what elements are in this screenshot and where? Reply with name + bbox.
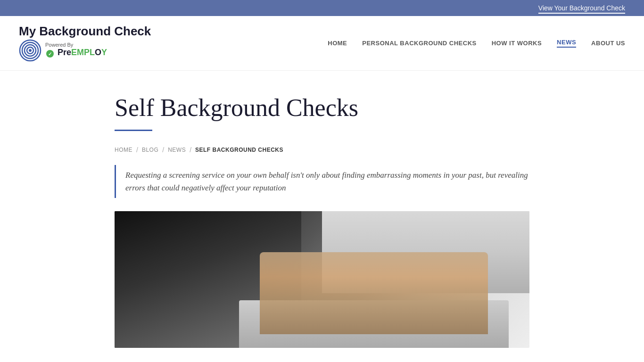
- powered-by-area: Powered By ✓ PreEMPLOY: [45, 42, 107, 58]
- preemploy-leaf-icon: ✓: [45, 49, 55, 58]
- page-title: Self Background Checks: [115, 94, 529, 121]
- logo-icon-row: Powered By ✓ PreEMPLOY: [19, 39, 107, 62]
- logo-area: My Background Check Powered By ✓: [19, 25, 151, 62]
- svg-text:✓: ✓: [48, 51, 52, 57]
- nav-personal-background-checks[interactable]: PERSONAL BACKGROUND CHECKS: [362, 40, 476, 47]
- nav-home[interactable]: HOME: [328, 40, 347, 47]
- top-bar: View Your Background Check: [0, 0, 644, 16]
- site-header: My Background Check Powered By ✓: [0, 16, 644, 71]
- breadcrumb-news[interactable]: NEWS: [168, 147, 186, 153]
- main-nav: HOME PERSONAL BACKGROUND CHECKS HOW IT W…: [328, 39, 625, 48]
- nav-news[interactable]: NEWS: [557, 39, 576, 48]
- hero-image: [115, 211, 529, 348]
- hero-keyboard: [239, 300, 509, 348]
- main-content: Self Background Checks HOME / BLOG / NEW…: [96, 71, 548, 348]
- breadcrumb-sep-1: /: [136, 146, 138, 154]
- breadcrumb-sep-2: /: [162, 146, 164, 154]
- brand-pre: Pre: [58, 48, 71, 57]
- breadcrumb-sep-3: /: [190, 146, 191, 154]
- breadcrumb: HOME / BLOG / NEWS / SELF BACKGROUND CHE…: [115, 146, 529, 154]
- logo-icon: [19, 39, 41, 62]
- svg-point-4: [29, 49, 32, 52]
- hero-bg-gradient: [322, 211, 529, 293]
- intro-quote-text: Requesting a screening service on your o…: [125, 169, 529, 194]
- breadcrumb-current: SELF BACKGROUND CHECKS: [195, 147, 283, 153]
- view-background-check-link[interactable]: View Your Background Check: [538, 4, 625, 14]
- nav-about-us[interactable]: ABOUT US: [591, 40, 625, 47]
- powered-by-label: Powered By: [45, 42, 107, 48]
- preemploy-brand: ✓ PreEMPLOY: [45, 48, 107, 58]
- breadcrumb-blog[interactable]: BLOG: [142, 147, 158, 153]
- intro-blockquote: Requesting a screening service on your o…: [115, 165, 529, 198]
- nav-how-it-works[interactable]: HOW IT WORKS: [492, 40, 542, 47]
- logo-title: My Background Check: [19, 25, 151, 38]
- breadcrumb-home[interactable]: HOME: [115, 147, 132, 153]
- brand-em: EMPLOY: [71, 48, 107, 57]
- title-underline: [115, 130, 152, 131]
